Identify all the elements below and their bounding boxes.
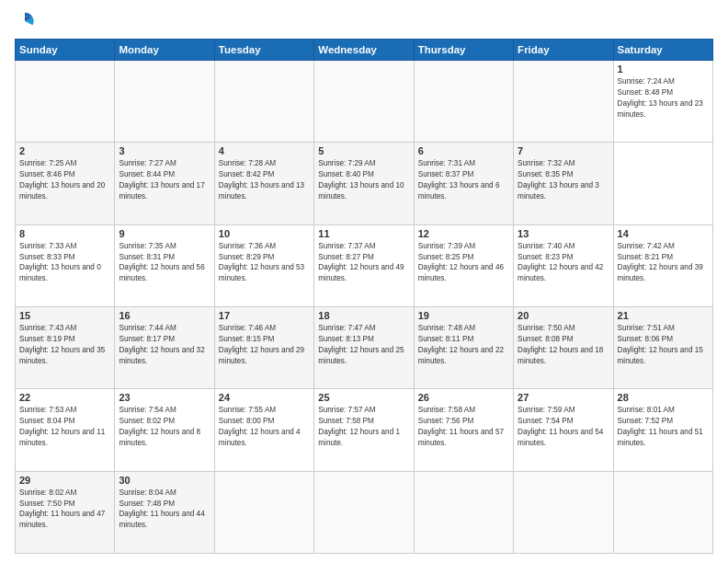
empty-cell	[514, 471, 613, 553]
day-info: Sunrise: 7:57 AMSunset: 7:58 PMDaylight:…	[318, 405, 409, 449]
calendar-cell-day-6: 6Sunrise: 7:31 AMSunset: 8:37 PMDaylight…	[414, 143, 513, 224]
day-number: 23	[119, 392, 210, 403]
day-info: Sunrise: 7:24 AMSunset: 8:48 PMDaylight:…	[618, 76, 709, 121]
day-info: Sunrise: 7:35 AMSunset: 8:31 PMDaylight:…	[119, 241, 210, 285]
day-number: 19	[418, 310, 509, 321]
calendar-cell-day-12: 12Sunrise: 7:39 AMSunset: 8:25 PMDayligh…	[414, 224, 513, 306]
calendar-cell-day-25: 25Sunrise: 7:57 AMSunset: 7:58 PMDayligh…	[314, 389, 414, 471]
day-info: Sunrise: 7:53 AMSunset: 8:04 PMDaylight:…	[19, 405, 110, 449]
day-info: Sunrise: 8:02 AMSunset: 7:50 PMDaylight:…	[19, 488, 110, 532]
calendar-cell-day-5: 5Sunrise: 7:29 AMSunset: 8:40 PMDaylight…	[314, 143, 414, 224]
day-info: Sunrise: 7:28 AMSunset: 8:42 PMDaylight:…	[219, 158, 310, 202]
day-info: Sunrise: 7:40 AMSunset: 8:23 PMDaylight:…	[518, 241, 609, 285]
day-info: Sunrise: 7:27 AMSunset: 8:44 PMDaylight:…	[119, 158, 210, 202]
day-number: 14	[618, 228, 709, 239]
day-info: Sunrise: 7:42 AMSunset: 8:21 PMDaylight:…	[618, 241, 709, 285]
calendar-cell-day-30: 30Sunrise: 8:04 AMSunset: 7:48 PMDayligh…	[115, 471, 214, 553]
empty-cell	[214, 471, 313, 553]
day-info: Sunrise: 8:01 AMSunset: 7:52 PMDaylight:…	[618, 405, 709, 449]
calendar-table: SundayMondayTuesdayWednesdayThursdayFrid…	[15, 39, 713, 554]
calendar-cell-day-10: 10Sunrise: 7:36 AMSunset: 8:29 PMDayligh…	[214, 224, 313, 306]
empty-cell	[115, 61, 214, 143]
header	[15, 11, 713, 31]
day-info: Sunrise: 7:43 AMSunset: 8:19 PMDaylight:…	[19, 323, 110, 367]
day-info: Sunrise: 7:39 AMSunset: 8:25 PMDaylight:…	[418, 241, 509, 285]
calendar-cell-day-16: 16Sunrise: 7:44 AMSunset: 8:17 PMDayligh…	[115, 306, 214, 388]
calendar-week-3: 8Sunrise: 7:33 AMSunset: 8:33 PMDaylight…	[16, 224, 713, 306]
calendar-cell-day-17: 17Sunrise: 7:46 AMSunset: 8:15 PMDayligh…	[214, 306, 313, 388]
day-info: Sunrise: 7:29 AMSunset: 8:40 PMDaylight:…	[318, 158, 409, 202]
calendar-cell-day-20: 20Sunrise: 7:50 AMSunset: 8:08 PMDayligh…	[514, 306, 613, 388]
calendar-cell-day-13: 13Sunrise: 7:40 AMSunset: 8:23 PMDayligh…	[514, 224, 613, 306]
day-number: 6	[418, 145, 509, 156]
day-number: 10	[219, 228, 310, 239]
day-number: 13	[518, 228, 609, 239]
day-number: 25	[318, 392, 409, 403]
empty-cell	[414, 61, 513, 143]
empty-cell	[314, 471, 414, 553]
day-info: Sunrise: 7:25 AMSunset: 8:46 PMDaylight:…	[19, 158, 110, 202]
day-info: Sunrise: 7:36 AMSunset: 8:29 PMDaylight:…	[219, 241, 310, 285]
calendar-cell-day-26: 26Sunrise: 7:58 AMSunset: 7:56 PMDayligh…	[414, 389, 513, 471]
calendar-cell-day-4: 4Sunrise: 7:28 AMSunset: 8:42 PMDaylight…	[214, 143, 313, 224]
calendar-week-2: 2Sunrise: 7:25 AMSunset: 8:46 PMDaylight…	[16, 143, 713, 224]
calendar-cell-day-28: 28Sunrise: 8:01 AMSunset: 7:52 PMDayligh…	[613, 389, 712, 471]
day-info: Sunrise: 7:32 AMSunset: 8:35 PMDaylight:…	[518, 158, 609, 202]
calendar-week-4: 15Sunrise: 7:43 AMSunset: 8:19 PMDayligh…	[16, 306, 713, 388]
calendar-cell-day-27: 27Sunrise: 7:59 AMSunset: 7:54 PMDayligh…	[514, 389, 613, 471]
day-info: Sunrise: 7:44 AMSunset: 8:17 PMDaylight:…	[119, 323, 210, 367]
empty-cell	[16, 61, 115, 143]
logo-icon	[15, 11, 35, 31]
calendar-cell-day-7: 7Sunrise: 7:32 AMSunset: 8:35 PMDaylight…	[514, 143, 613, 224]
calendar-cell-day-22: 22Sunrise: 7:53 AMSunset: 8:04 PMDayligh…	[16, 389, 115, 471]
calendar-cell-day-2: 2Sunrise: 7:25 AMSunset: 8:46 PMDaylight…	[16, 143, 115, 224]
calendar-header-sunday: Sunday	[16, 40, 115, 61]
day-number: 17	[219, 310, 310, 321]
day-number: 21	[618, 310, 709, 321]
day-number: 4	[219, 145, 310, 156]
day-number: 12	[418, 228, 509, 239]
calendar-cell-day-8: 8Sunrise: 7:33 AMSunset: 8:33 PMDaylight…	[16, 224, 115, 306]
calendar-header-tuesday: Tuesday	[214, 40, 313, 61]
calendar-cell-day-23: 23Sunrise: 7:54 AMSunset: 8:02 PMDayligh…	[115, 389, 214, 471]
page: SundayMondayTuesdayWednesdayThursdayFrid…	[0, 0, 728, 563]
calendar-header-row: SundayMondayTuesdayWednesdayThursdayFrid…	[16, 40, 713, 61]
calendar-cell-day-18: 18Sunrise: 7:47 AMSunset: 8:13 PMDayligh…	[314, 306, 414, 388]
day-number: 27	[518, 392, 609, 403]
day-number: 7	[518, 145, 609, 156]
calendar-cell-day-19: 19Sunrise: 7:48 AMSunset: 8:11 PMDayligh…	[414, 306, 513, 388]
day-number: 30	[119, 475, 210, 486]
day-number: 9	[119, 228, 210, 239]
day-number: 8	[19, 228, 110, 239]
day-number: 24	[219, 392, 310, 403]
day-info: Sunrise: 7:58 AMSunset: 7:56 PMDaylight:…	[418, 405, 509, 449]
calendar-cell-day-9: 9Sunrise: 7:35 AMSunset: 8:31 PMDaylight…	[115, 224, 214, 306]
day-info: Sunrise: 7:55 AMSunset: 8:00 PMDaylight:…	[219, 405, 310, 449]
day-number: 28	[618, 392, 709, 403]
day-number: 2	[19, 145, 110, 156]
calendar-cell-day-24: 24Sunrise: 7:55 AMSunset: 8:00 PMDayligh…	[214, 389, 313, 471]
calendar-cell-day-29: 29Sunrise: 8:02 AMSunset: 7:50 PMDayligh…	[16, 471, 115, 553]
logo	[15, 11, 39, 31]
empty-cell	[214, 61, 313, 143]
day-info: Sunrise: 7:48 AMSunset: 8:11 PMDaylight:…	[418, 323, 509, 367]
day-info: Sunrise: 7:59 AMSunset: 7:54 PMDaylight:…	[518, 405, 609, 449]
day-info: Sunrise: 7:46 AMSunset: 8:15 PMDaylight:…	[219, 323, 310, 367]
calendar-header-thursday: Thursday	[414, 40, 513, 61]
day-info: Sunrise: 7:33 AMSunset: 8:33 PMDaylight:…	[19, 241, 110, 285]
calendar-cell-day-1: 1Sunrise: 7:24 AMSunset: 8:48 PMDaylight…	[613, 61, 712, 143]
calendar-header-wednesday: Wednesday	[314, 40, 414, 61]
day-number: 11	[318, 228, 409, 239]
day-number: 3	[119, 145, 210, 156]
day-info: Sunrise: 8:04 AMSunset: 7:48 PMDaylight:…	[119, 488, 210, 532]
day-number: 15	[19, 310, 110, 321]
day-info: Sunrise: 7:50 AMSunset: 8:08 PMDaylight:…	[518, 323, 609, 367]
day-info: Sunrise: 7:37 AMSunset: 8:27 PMDaylight:…	[318, 241, 409, 285]
day-number: 1	[618, 63, 709, 75]
calendar-week-6: 29Sunrise: 8:02 AMSunset: 7:50 PMDayligh…	[16, 471, 713, 553]
empty-cell	[314, 61, 414, 143]
empty-cell	[613, 471, 712, 553]
day-info: Sunrise: 7:54 AMSunset: 8:02 PMDaylight:…	[119, 405, 210, 449]
empty-cell	[414, 471, 513, 553]
day-number: 20	[518, 310, 609, 321]
